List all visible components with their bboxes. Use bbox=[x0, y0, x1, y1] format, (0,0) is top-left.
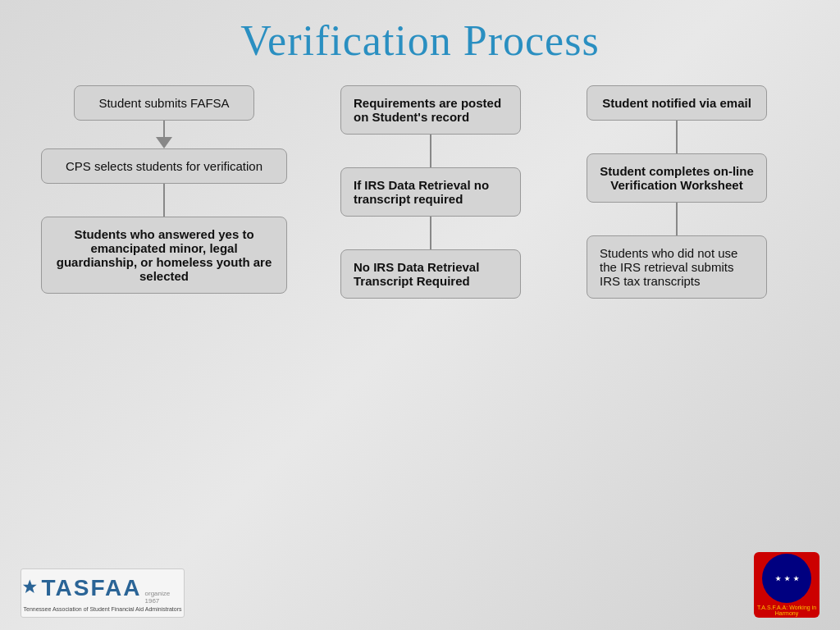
tn-seal-inner: ⋆⋆⋆ bbox=[762, 554, 811, 603]
svg-marker-0 bbox=[23, 579, 37, 592]
col3-arrow-2 bbox=[676, 203, 678, 235]
col3-box1: Student notified via email bbox=[587, 85, 767, 121]
arrow-1-down bbox=[156, 121, 172, 148]
v-line-c3-1 bbox=[676, 121, 678, 137]
col1-box2: CPS selects students for verification bbox=[41, 148, 287, 184]
arrow-2-down bbox=[163, 184, 165, 217]
tn-seal: ⋆⋆⋆ T.A.S.F.A.A: Working in Harmony bbox=[754, 552, 819, 618]
v-line-2 bbox=[163, 184, 165, 200]
tn-caption: T.A.S.F.A.A: Working in Harmony bbox=[754, 605, 819, 616]
tasfaa-tagline: organize 1967 bbox=[145, 590, 184, 605]
v-line-c3-2 bbox=[676, 137, 678, 153]
tasfaa-name: TASFAA bbox=[42, 575, 142, 601]
arrow-triangle bbox=[156, 137, 172, 148]
v-line bbox=[163, 121, 165, 137]
col1-box3: Students who answered yes to emancipated… bbox=[41, 217, 287, 294]
tn-stars-icon: ⋆⋆⋆ bbox=[774, 571, 801, 586]
col2-box2: If IRS Data Retrieval no transcript requ… bbox=[340, 167, 521, 217]
col3-box3: Students who did not use the IRS retriev… bbox=[587, 235, 767, 299]
v-line-c2-2 bbox=[430, 151, 431, 167]
tasfaa-subtitle: Tennessee Association of Student Financi… bbox=[24, 606, 182, 612]
v-line-c3-3 bbox=[676, 203, 678, 219]
col2-box3: No IRS Data Retrieval Transcript Require… bbox=[340, 249, 521, 299]
flowchart: Student submits FAFSA CPS selects studen… bbox=[25, 85, 815, 299]
col1-box1: Student submits FAFSA bbox=[74, 85, 254, 121]
col3-arrow-1 bbox=[676, 121, 678, 153]
v-line-c2-1 bbox=[430, 135, 431, 151]
slide-title: Verification Process bbox=[25, 16, 815, 65]
column-3: Student notified via email Student compl… bbox=[558, 85, 796, 299]
v-line-3 bbox=[163, 200, 165, 217]
slide: Verification Process Student submits FAF… bbox=[0, 0, 840, 630]
v-line-c2-3 bbox=[430, 217, 431, 233]
v-line-c2-4 bbox=[430, 233, 431, 249]
col2-arrow-1 bbox=[430, 135, 431, 167]
col3-box2: Student completes on-line Verification W… bbox=[587, 153, 767, 203]
column-1: Student submits FAFSA CPS selects studen… bbox=[25, 85, 304, 294]
column-2: Requirements are posted on Student's rec… bbox=[312, 85, 550, 299]
col2-arrow-2 bbox=[430, 217, 431, 249]
tasfaa-logo: TASFAA organize 1967 Tennessee Associati… bbox=[21, 568, 185, 618]
tasfaa-star-icon bbox=[21, 578, 39, 596]
v-line-c3-4 bbox=[676, 219, 678, 235]
col2-box1: Requirements are posted on Student's rec… bbox=[340, 85, 521, 135]
